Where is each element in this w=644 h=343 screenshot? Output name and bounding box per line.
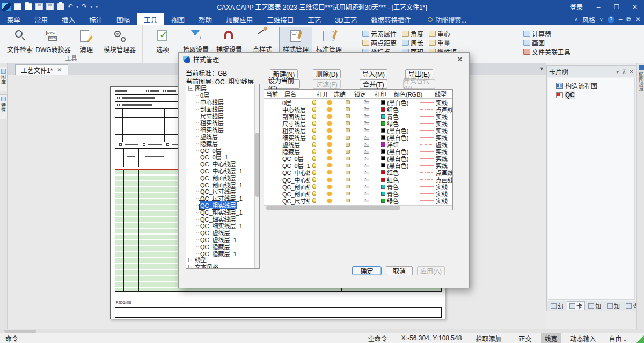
linetype-preview[interactable] [420, 198, 434, 203]
ribbon-button[interactable]: 捕捉设置 [213, 27, 246, 56]
color-swatch[interactable] [381, 156, 385, 160]
ribbon-small-button[interactable]: 角度 [400, 29, 425, 38]
lock-icon[interactable] [346, 199, 350, 202]
linetype-preview[interactable] [420, 184, 434, 189]
ribbon-button[interactable]: DWGEXB DWG转换器 [36, 27, 70, 56]
close-icon[interactable]: ✕ [630, 69, 634, 75]
ribbon-tab[interactable]: 标注 [82, 13, 109, 25]
linetype-preview[interactable] [420, 149, 434, 154]
tree-node-layers[interactable]: − 图层 [188, 85, 254, 92]
login-button[interactable]: 登录 [564, 2, 589, 11]
canvas-hscrollbar[interactable] [0, 329, 644, 333]
freeze-icon[interactable] [327, 170, 332, 174]
dialog-close-icon[interactable]: ✕ [452, 54, 468, 64]
undo-icon[interactable]: ↶ [68, 3, 73, 10]
freeze-icon[interactable] [327, 114, 332, 119]
layer-on-icon[interactable] [312, 100, 316, 105]
ribbon-small-button[interactable]: 画图 [522, 38, 572, 47]
lock-icon[interactable] [346, 171, 350, 174]
column-header[interactable]: 颜色(RGB) [392, 90, 433, 98]
tree-node-layer[interactable]: ·· 细实线层 [188, 126, 254, 133]
ribbon-button[interactable]: + 拾取设置 [179, 27, 213, 56]
left-tab-library[interactable]: 图库 [0, 67, 8, 91]
freeze-icon[interactable] [327, 199, 332, 203]
linetype-preview[interactable] [420, 191, 434, 196]
ribbon-tab[interactable]: 工具 [137, 13, 164, 25]
print-layer-icon[interactable] [364, 143, 369, 147]
freeze-icon[interactable] [327, 135, 332, 140]
cancel-button[interactable]: 取消 [386, 266, 413, 275]
layer-table[interactable]: 当前层名打开冻结锁定打印颜色(RGB)线型 0层 (黑白色) 实线 [264, 89, 453, 210]
layer-on-icon[interactable] [312, 163, 316, 168]
column-header[interactable]: 打开 [314, 90, 332, 98]
tree-scrollbar[interactable] [254, 84, 259, 268]
lock-icon[interactable] [346, 192, 350, 195]
style-menu[interactable]: 风格 [582, 15, 595, 24]
print-layer-icon[interactable] [364, 107, 369, 111]
linetype-preview[interactable] [420, 142, 434, 147]
delete-button[interactable]: 删除(D) [313, 69, 341, 78]
lock-icon[interactable] [346, 164, 350, 167]
status-toggle[interactable]: 正交 [515, 333, 536, 343]
lock-icon[interactable] [346, 107, 350, 111]
linetype-preview[interactable] [420, 156, 434, 161]
color-swatch[interactable] [381, 114, 385, 119]
ribbon-button[interactable]: 模块管理器 [103, 27, 136, 56]
lock-icon[interactable] [346, 136, 350, 140]
ribbon-button[interactable]: 选项 [146, 27, 179, 56]
ribbon-button[interactable]: 样式管理 [279, 27, 312, 56]
open-file-icon[interactable] [25, 3, 32, 10]
pick-mode[interactable]: 拾取添加 [475, 334, 501, 343]
linetype-preview[interactable] [420, 170, 434, 175]
import-button[interactable]: 导入(M) [360, 69, 387, 78]
status-toggle[interactable]: 自由⌄ [605, 333, 630, 343]
print-layer-icon[interactable] [364, 171, 369, 174]
ribbon-tab[interactable]: 加载应用 [219, 13, 260, 25]
layer-on-icon[interactable] [312, 170, 316, 175]
color-swatch[interactable] [381, 199, 385, 203]
print-layer-icon[interactable] [364, 178, 369, 181]
tab-overflow-icon[interactable]: ▼ [539, 66, 544, 71]
ribbon-small-button[interactable]: 重心 [427, 29, 458, 38]
lock-icon[interactable] [346, 128, 350, 132]
print-layer-icon[interactable] [364, 121, 369, 125]
panel-tab[interactable]: 知 [604, 301, 623, 310]
layer-on-icon[interactable] [312, 177, 316, 182]
collapse-icon[interactable]: − [188, 86, 193, 91]
tree-node-category[interactable]: + 文本风格 [188, 264, 254, 268]
document-tab[interactable]: 工艺文件1* ✕ [15, 64, 68, 75]
ribbon-button[interactable]: 标准管理 [312, 27, 346, 56]
layer-on-icon[interactable] [312, 198, 316, 203]
print-layer-icon[interactable] [364, 199, 369, 202]
linetype-preview[interactable] [420, 128, 434, 133]
doc-close-button[interactable]: ✕ [635, 16, 641, 23]
color-swatch[interactable] [381, 185, 385, 189]
thumbnail-browser-tab[interactable]: 缩图浏览 [638, 65, 644, 91]
freeze-icon[interactable] [327, 128, 332, 133]
ribbon-button[interactable]: 清理 [70, 27, 103, 56]
ribbon-button[interactable]: 文件检索 [3, 27, 36, 56]
freeze-icon[interactable] [327, 121, 332, 126]
panel-tab[interactable]: 幻 [548, 301, 566, 310]
doc-restore-button[interactable]: ⧉ [626, 16, 631, 23]
ribbon-button[interactable]: 点样式 [246, 27, 279, 56]
ribbon-tab[interactable]: 帮助 [192, 13, 219, 25]
ok-button[interactable]: 确定 [352, 266, 382, 275]
column-header[interactable]: 冻结 [332, 90, 352, 98]
color-swatch[interactable] [381, 142, 385, 147]
maximize-button[interactable]: ☐ [608, 0, 626, 13]
column-header[interactable]: 层名 [282, 90, 314, 98]
close-button[interactable]: ✕ [626, 0, 644, 13]
collapse-ribbon-icon[interactable]: ∧ [574, 17, 578, 22]
style-menu-caret-icon[interactable]: ∨ [599, 17, 603, 22]
linetype-preview[interactable] [420, 100, 434, 105]
set-current-button[interactable]: 设为当前(C) [268, 79, 300, 89]
column-header[interactable]: 当前 [264, 90, 282, 98]
linetype-preview[interactable] [420, 121, 434, 126]
ribbon-tab[interactable]: 数据转换插件 [364, 13, 418, 25]
color-swatch[interactable] [381, 128, 385, 133]
style-override-button[interactable]: 样式替代(V) [403, 79, 435, 89]
card-tree-item[interactable]: 构造流程图 [555, 81, 633, 91]
ribbon-small-button[interactable]: 元素属性 [361, 29, 398, 38]
layer-on-icon[interactable] [312, 114, 316, 119]
